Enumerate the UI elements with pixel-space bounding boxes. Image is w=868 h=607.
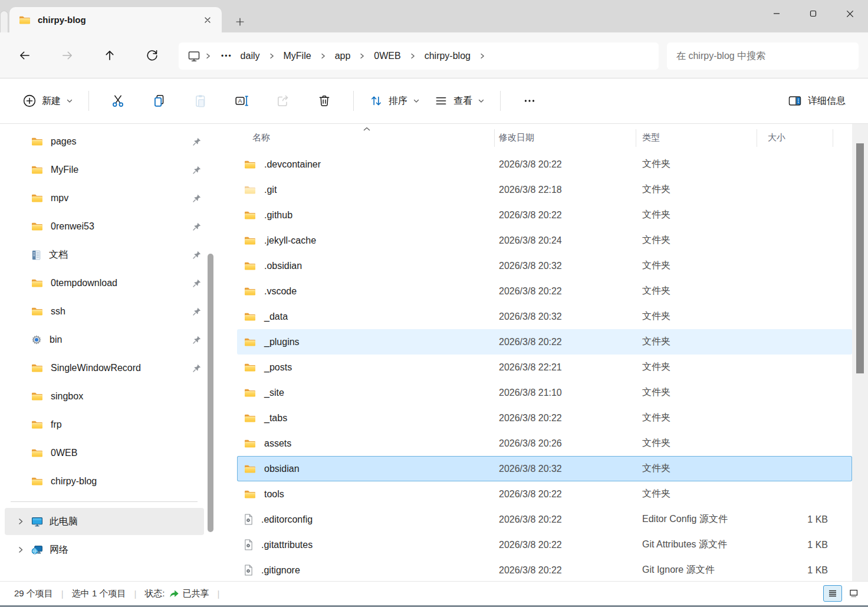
new-tab-button[interactable] bbox=[231, 13, 249, 31]
tab-close-button[interactable] bbox=[199, 12, 216, 28]
breadcrumb-overflow[interactable]: ••• bbox=[216, 52, 237, 60]
paste-button[interactable] bbox=[187, 88, 214, 113]
file-row[interactable]: .jekyll-cache2026/3/8 20:24文件夹 bbox=[237, 228, 852, 253]
view-thumb-toggle-button[interactable] bbox=[844, 585, 863, 602]
file-date: 2026/3/8 20:22 bbox=[494, 337, 636, 347]
column-separator[interactable] bbox=[757, 129, 757, 147]
list-scrollbar-track[interactable] bbox=[852, 124, 868, 581]
file-row[interactable]: _plugins2026/3/8 20:22文件夹 bbox=[237, 329, 852, 355]
breadcrumb-item[interactable]: app bbox=[331, 51, 354, 61]
pin-icon[interactable] bbox=[192, 137, 202, 146]
pin-icon[interactable] bbox=[192, 250, 202, 260]
sidebar-item[interactable]: frp bbox=[0, 411, 236, 439]
breadcrumb-item[interactable]: daily bbox=[237, 51, 264, 61]
chevron-right-icon[interactable] bbox=[315, 53, 331, 60]
pin-icon[interactable] bbox=[192, 307, 202, 316]
chevron-right-icon[interactable] bbox=[17, 517, 25, 526]
minimize-button[interactable] bbox=[758, 0, 795, 27]
breadcrumb-item[interactable]: 0WEB bbox=[370, 51, 404, 61]
pin-icon[interactable] bbox=[192, 363, 202, 373]
maximize-button[interactable] bbox=[795, 0, 831, 27]
file-row[interactable]: .gitignore2026/3/8 20:22Git Ignore 源文件1 … bbox=[237, 557, 852, 583]
new-button[interactable]: 新建 bbox=[15, 88, 80, 113]
list-scrollbar-thumb[interactable] bbox=[856, 143, 864, 373]
column-separator[interactable] bbox=[494, 129, 495, 147]
folder-icon bbox=[244, 388, 256, 398]
folder-icon bbox=[244, 363, 256, 372]
sidebar-item[interactable]: ssh bbox=[0, 297, 236, 326]
sidebar-item[interactable]: chirpy-blog bbox=[0, 467, 236, 496]
explorer-tab[interactable]: chirpy-blog bbox=[9, 7, 222, 32]
sort-button[interactable]: 排序 bbox=[362, 88, 427, 113]
sidebar-item[interactable]: 0renwei53 bbox=[0, 212, 236, 241]
file-row[interactable]: tools2026/3/8 20:22文件夹 bbox=[237, 481, 852, 507]
file-row[interactable]: _posts2026/3/8 22:21文件夹 bbox=[237, 355, 852, 380]
chevron-right-icon[interactable] bbox=[17, 546, 25, 554]
column-header-date[interactable]: 修改日期 bbox=[494, 132, 636, 143]
delete-button[interactable] bbox=[311, 88, 338, 113]
file-row[interactable]: .editorconfig2026/3/8 20:22Editor Config… bbox=[237, 507, 852, 532]
sidebar-scrollbar-thumb[interactable] bbox=[208, 254, 213, 532]
nav-arrow-left-button[interactable] bbox=[13, 42, 37, 68]
sidebar-item[interactable]: 文档 bbox=[0, 241, 236, 269]
file-date: 2026/3/8 20:26 bbox=[494, 438, 636, 449]
pin-icon[interactable] bbox=[192, 335, 202, 344]
chevron-right-icon[interactable] bbox=[200, 53, 216, 60]
nav-arrow-right-button[interactable] bbox=[55, 42, 79, 68]
pin-icon[interactable] bbox=[192, 222, 202, 231]
status-label: 状态: bbox=[144, 588, 165, 599]
breadcrumb-item[interactable]: MyFile bbox=[280, 51, 315, 61]
sidebar-tree-item[interactable]: 网络 bbox=[5, 536, 204, 563]
file-row[interactable]: .github2026/3/8 20:22文件夹 bbox=[237, 202, 852, 228]
cut-button[interactable] bbox=[104, 88, 131, 113]
breadcrumb-item[interactable]: chirpy-blog bbox=[421, 51, 474, 61]
chevron-right-icon[interactable] bbox=[474, 53, 491, 60]
column-header-type[interactable]: 类型 bbox=[636, 132, 757, 143]
sidebar-tree: 此电脑网络 bbox=[0, 508, 236, 563]
file-row[interactable]: _site2026/3/8 21:10文件夹 bbox=[237, 380, 852, 405]
close-button[interactable] bbox=[831, 0, 868, 27]
more-button[interactable] bbox=[516, 88, 543, 113]
nav-refresh-button[interactable] bbox=[140, 42, 164, 68]
sidebar-tree-item[interactable]: 此电脑 bbox=[5, 508, 204, 535]
file-name-cell: .jekyll-cache bbox=[237, 235, 494, 246]
file-row[interactable]: .vscode2026/3/8 20:22文件夹 bbox=[237, 278, 852, 304]
file-row[interactable]: .obsidian2026/3/8 20:32文件夹 bbox=[237, 253, 852, 278]
file-name: tools bbox=[264, 489, 284, 500]
column-separator[interactable] bbox=[636, 129, 636, 147]
file-name: .jekyll-cache bbox=[264, 235, 316, 246]
sidebar-item[interactable]: MyFile bbox=[0, 156, 236, 184]
copy-button[interactable] bbox=[146, 88, 173, 113]
search-input[interactable] bbox=[667, 51, 859, 61]
file-row[interactable]: .devcontainer2026/3/8 20:22文件夹 bbox=[237, 152, 852, 177]
chevron-right-icon[interactable] bbox=[354, 53, 370, 60]
sidebar-item[interactable]: 0WEB bbox=[0, 439, 236, 467]
pin-icon[interactable] bbox=[192, 165, 202, 175]
sidebar-item[interactable]: pages bbox=[0, 127, 236, 156]
chevron-right-icon[interactable] bbox=[405, 53, 421, 60]
share-button[interactable] bbox=[269, 88, 297, 113]
pin-icon[interactable] bbox=[192, 278, 202, 288]
pin-icon[interactable] bbox=[192, 193, 202, 203]
chevron-right-icon[interactable] bbox=[264, 53, 280, 60]
file-row[interactable]: assets2026/3/8 20:26文件夹 bbox=[237, 431, 852, 456]
sidebar-item[interactable]: SingleWindowRecord bbox=[0, 354, 236, 382]
sidebar-item[interactable]: 0tempdownload bbox=[0, 269, 236, 297]
view-button[interactable]: 查看 bbox=[427, 88, 492, 113]
column-header-size[interactable]: 大小 bbox=[757, 132, 833, 143]
file-row[interactable]: .git2026/3/8 22:18文件夹 bbox=[237, 177, 852, 202]
sidebar-item[interactable]: singbox bbox=[0, 382, 236, 411]
nav-arrow-up-button[interactable] bbox=[98, 42, 121, 68]
sidebar-item[interactable]: mpv bbox=[0, 184, 236, 212]
more-icon bbox=[522, 94, 537, 108]
sidebar-item[interactable]: bin bbox=[0, 326, 236, 354]
file-row[interactable]: _data2026/3/8 20:32文件夹 bbox=[237, 304, 852, 329]
file-row[interactable]: obsidian2026/3/8 20:32文件夹 bbox=[237, 456, 852, 481]
view-list-toggle-button[interactable] bbox=[823, 585, 842, 602]
file-row[interactable]: .gitattributes2026/3/8 20:22Git Attribut… bbox=[237, 532, 852, 557]
file-row[interactable]: _tabs2026/3/8 20:22文件夹 bbox=[237, 405, 852, 431]
column-header-name[interactable]: 名称 bbox=[237, 132, 494, 143]
column-separator[interactable] bbox=[833, 129, 833, 147]
details-pane-button[interactable]: 详细信息 bbox=[781, 89, 853, 113]
rename-button[interactable]: A bbox=[228, 88, 255, 113]
